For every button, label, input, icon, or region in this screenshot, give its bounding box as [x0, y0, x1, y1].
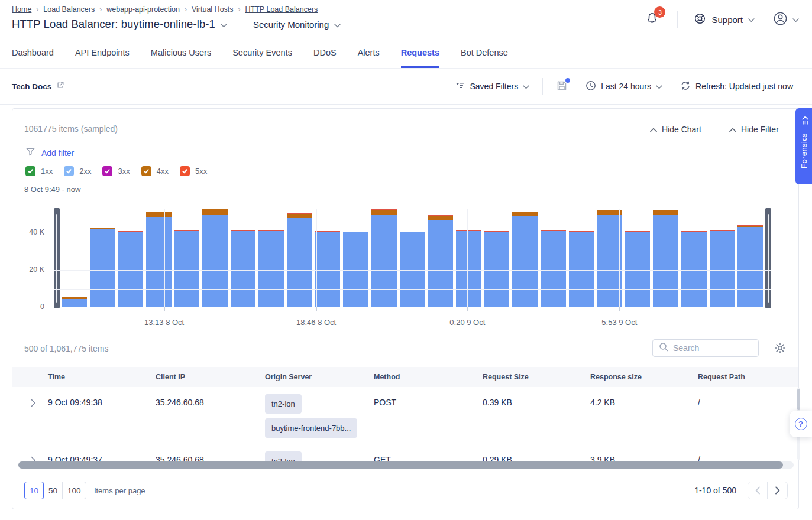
breadcrumb-item[interactable]: HTTP Load Balancers	[245, 5, 318, 14]
table-settings-button[interactable]	[774, 342, 786, 356]
pagination-range-label: 1-10 of 500	[694, 486, 736, 495]
context-selector[interactable]: Security Monitoring	[253, 20, 341, 30]
cell-origin-server: tn2-lonbuytime-frontend-7bb...	[265, 397, 374, 448]
tab-security-events[interactable]: Security Events	[232, 38, 292, 68]
bar-segment-2xx	[231, 231, 256, 307]
tab-malicious-users[interactable]: Malicious Users	[151, 38, 211, 68]
status-toggle-2xx[interactable]: 2xx	[64, 166, 91, 176]
checkbox-5xx[interactable]	[180, 166, 190, 176]
notifications-button[interactable]: 3	[645, 11, 659, 28]
support-menu[interactable]: Support	[694, 12, 755, 27]
horizontal-scrollbar-thumb[interactable]	[18, 462, 783, 469]
tab-ddos[interactable]: DDoS	[313, 38, 337, 68]
column-header-method[interactable]: Method	[374, 373, 483, 381]
checkbox-2xx[interactable]	[64, 166, 74, 176]
column-header-request-path[interactable]: Request Path	[698, 373, 798, 381]
page-size-100[interactable]: 100	[62, 482, 86, 499]
bar-segment-2xx	[287, 218, 312, 307]
brush-handle-left[interactable]	[54, 208, 60, 308]
hide-filter-label: Hide Filter	[741, 125, 779, 134]
bar-segment-2xx	[484, 232, 510, 307]
horizontal-scrollbar[interactable]	[18, 462, 794, 469]
header-actions: 3 Support	[645, 11, 799, 28]
tech-docs-label: Tech Docs	[12, 82, 51, 91]
cell-method: POST	[374, 397, 483, 448]
hide-filter-button[interactable]: Hide Filter	[729, 125, 779, 134]
support-icon	[694, 12, 706, 27]
column-header-time[interactable]: Time	[48, 373, 156, 381]
row-expander-icon[interactable]	[24, 397, 48, 448]
bar-segment-2xx	[681, 232, 707, 307]
table-search[interactable]	[652, 339, 759, 357]
chevron-down-icon	[656, 82, 662, 91]
column-header-request-size[interactable]: Request Size	[483, 373, 590, 381]
refresh-button[interactable]: Refresh: Updated just now	[680, 80, 793, 93]
chart-bar	[428, 209, 453, 307]
status-toggle-label: 3xx	[118, 167, 130, 176]
checkbox-3xx[interactable]	[102, 166, 112, 176]
checkbox-4xx[interactable]	[141, 166, 151, 176]
toolbar-divider	[542, 78, 543, 95]
add-filter-button[interactable]: Add filter	[25, 147, 74, 159]
hide-chart-button[interactable]: Hide Chart	[650, 125, 701, 134]
chevron-up-icon	[650, 125, 657, 134]
cell-request-size: 0.39 KB	[483, 397, 590, 448]
search-icon	[659, 342, 668, 354]
page-size-50[interactable]: 50	[43, 482, 63, 499]
row-expander-icon[interactable]	[24, 454, 48, 462]
vertical-scrollbar-thumb[interactable]	[797, 389, 800, 410]
previous-page-button[interactable]	[748, 482, 768, 499]
chevron-down-icon	[792, 14, 799, 25]
chart-bar	[287, 209, 312, 307]
brush-handle-right[interactable]	[765, 208, 771, 308]
gridline-vertical	[619, 209, 620, 307]
help-button[interactable]: ?	[790, 411, 812, 437]
status-toggle-1xx[interactable]: 1xx	[25, 166, 53, 176]
tech-docs-link[interactable]: Tech Docs	[12, 81, 64, 92]
notification-badge: 3	[654, 6, 665, 18]
tab-dashboard[interactable]: Dashboard	[12, 38, 54, 68]
chevron-down-icon	[748, 14, 755, 25]
y-axis-label: 40 K	[12, 228, 44, 236]
table-row[interactable]: 9 Oct 09:49:3735.246.60.68tn2-lonGET0.29…	[12, 448, 798, 462]
column-header-origin-server[interactable]: Origin Server	[265, 373, 374, 381]
status-toggle-3xx[interactable]: 3xx	[102, 166, 130, 176]
column-header-client-ip[interactable]: Client IP	[156, 373, 265, 381]
next-page-button[interactable]	[768, 482, 787, 499]
table-row[interactable]: 9 Oct 09:49:3835.246.60.68tn2-lonbuytime…	[12, 387, 798, 448]
tab-alerts[interactable]: Alerts	[358, 38, 380, 68]
tab-api-endpoints[interactable]: API Endpoints	[75, 38, 130, 68]
time-range-label: Last 24 hours	[601, 82, 651, 91]
saved-filters-label: Saved Filters	[470, 82, 518, 91]
column-header-response-size[interactable]: Response size	[590, 373, 698, 381]
toolbar-controls: Saved Filters Last 24 hours	[455, 77, 793, 95]
bar-segment-2xx	[258, 231, 284, 307]
status-toggle-5xx[interactable]: 5xx	[180, 166, 207, 176]
bar-segment-2xx	[202, 214, 228, 307]
breadcrumb-item[interactable]: Home	[12, 5, 31, 14]
chevron-down-icon	[221, 18, 227, 31]
account-menu[interactable]	[772, 11, 799, 29]
tab-requests[interactable]: Requests	[401, 38, 439, 68]
gear-icon	[774, 346, 786, 356]
search-input[interactable]	[673, 343, 744, 353]
chart-bar	[90, 209, 115, 307]
x-axis-line	[54, 307, 771, 307]
page-title-dropdown[interactable]: HTTP Load Balancer: buytime-online-lb-1	[12, 18, 227, 31]
page-size-10[interactable]: 10	[24, 482, 44, 499]
checkbox-1xx[interactable]	[25, 166, 35, 176]
chart-bar	[315, 209, 341, 307]
time-range-dropdown[interactable]: Last 24 hours	[585, 80, 662, 93]
table-header-row: TimeClient IPOrigin ServerMethodRequest …	[12, 367, 798, 387]
page-title: HTTP Load Balancer: buytime-online-lb-1	[12, 18, 215, 31]
forensics-side-tab[interactable]: Forensics	[795, 108, 812, 184]
x-tick-mark	[164, 307, 165, 311]
bar-segment-2xx	[174, 231, 200, 307]
chart-bar	[569, 209, 594, 307]
saved-filters-dropdown[interactable]: Saved Filters	[455, 80, 529, 92]
title-row: HTTP Load Balancer: buytime-online-lb-1 …	[12, 18, 341, 31]
save-filter-button[interactable]	[556, 80, 568, 93]
chart-bar	[597, 209, 622, 307]
tab-bot-defense[interactable]: Bot Defense	[461, 38, 508, 68]
status-toggle-4xx[interactable]: 4xx	[141, 166, 169, 176]
